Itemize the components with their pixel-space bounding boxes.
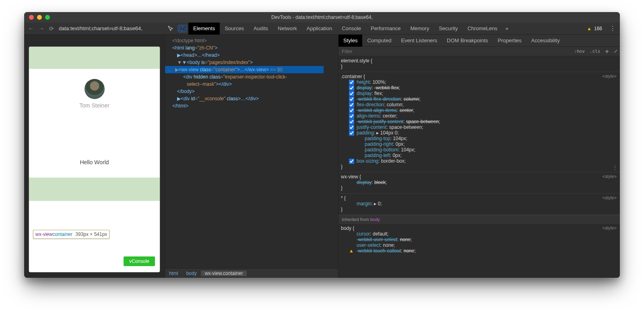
breadcrumb: htmlbodywx-view.container [165, 268, 338, 278]
prop-enable-checkbox[interactable] [349, 159, 354, 164]
minimize-icon[interactable] [37, 15, 42, 20]
prop-enable-checkbox[interactable] [349, 130, 354, 136]
reload-icon[interactable]: ⟳ [49, 25, 54, 32]
css-prop[interactable]: -webkit-justify-content: space-between; [341, 119, 617, 124]
inspect-icon[interactable] [165, 26, 176, 31]
titlebar: DevTools - data:text/html;charset=utf-8;… [24, 12, 620, 23]
css-prop[interactable]: padding: ▸ 104px 0; [341, 130, 617, 136]
prop-enable-checkbox[interactable] [349, 119, 354, 124]
mid-band [29, 178, 160, 201]
styles-panel: StylesComputedEvent ListenersDOM Breakpo… [338, 35, 620, 278]
tab-network[interactable]: Network [273, 23, 302, 35]
add-rule-button[interactable]: + [603, 48, 611, 55]
forward-icon[interactable]: → [39, 25, 44, 32]
styles-filter-input[interactable] [339, 49, 572, 54]
inherited-from-header: Inherited from body [339, 215, 620, 224]
css-prop[interactable]: padding-right: 0px; [341, 141, 617, 147]
dom-tree[interactable]: <!doctype html> <html lang="zh-CN"> ▶<he… [165, 35, 338, 268]
device-toggle-icon[interactable] [178, 25, 187, 32]
css-prop[interactable]: margin: ▸ 0; [341, 201, 617, 207]
close-icon[interactable] [29, 15, 34, 20]
css-prop[interactable]: padding-bottom: 104px; [341, 147, 617, 153]
rule-star: <style> * { margin: ▸ 0; } [339, 194, 620, 215]
device-preview-pane: Tom Steiner Hello World wx-viewcontainer… [24, 35, 165, 278]
css-prop[interactable]: -webkit-flex-direction: column; [341, 96, 617, 102]
css-prop[interactable]: ▲-webkit-touch-callout: none; [341, 248, 617, 254]
css-prop[interactable]: padding-left: 0px; [341, 153, 617, 158]
css-prop[interactable]: -webkit-user-select: none; [341, 237, 617, 242]
warnings-badge[interactable]: ▲166 [587, 26, 605, 31]
subtab-properties[interactable]: Properties [493, 35, 526, 47]
css-prop[interactable]: height: 100%; [341, 79, 617, 85]
css-prop[interactable]: -webkit-align-items: center; [341, 107, 617, 113]
hov-toggle[interactable]: :hov [572, 49, 587, 54]
css-prop[interactable]: flex-direction: column; [341, 102, 617, 107]
css-prop[interactable]: display: -webkit-flex; [341, 85, 617, 91]
traffic-lights [24, 15, 50, 20]
rules-list[interactable]: element.style { } <style> .container { h… [339, 56, 620, 278]
styles-subtab-strip: StylesComputedEvent ListenersDOM Breakpo… [339, 35, 620, 47]
window-title: DevTools - data:text/html;charset=utf-8;… [271, 14, 373, 20]
header-band [29, 47, 160, 69]
rule-wx-view: <style> wx-view { display: block; } [339, 172, 620, 194]
back-icon[interactable]: ← [28, 25, 34, 32]
css-prop[interactable]: justify-content: space-between; [341, 124, 617, 130]
settings-menu[interactable]: ⋮ [605, 25, 620, 32]
tab-application[interactable]: Application [302, 23, 337, 35]
cls-toggle[interactable]: .cls [587, 49, 603, 54]
device-frame: Tom Steiner Hello World wx-viewcontainer… [29, 47, 160, 272]
hello-label: Hello World [29, 159, 160, 165]
prop-enable-checkbox[interactable] [349, 102, 354, 107]
expand-icon[interactable]: ⤢ [611, 49, 620, 54]
css-prop[interactable]: cursor: default; [341, 231, 617, 237]
css-prop[interactable]: padding-top: 104px; [341, 136, 617, 141]
css-prop[interactable]: align-items: center; [341, 113, 617, 119]
css-prop[interactable]: user-select: none; [341, 242, 617, 248]
subtab-computed[interactable]: Computed [362, 35, 396, 47]
tab-chromelens[interactable]: ChromeLens [462, 23, 502, 35]
prop-enable-checkbox[interactable] [349, 91, 354, 96]
prop-enable-checkbox[interactable] [349, 108, 354, 113]
selected-dom-node[interactable]: … ▶<wx-view class="container">…</wx-view… [165, 66, 324, 73]
css-prop[interactable]: display: flex; [341, 91, 617, 96]
tab-sources[interactable]: Sources [220, 23, 249, 35]
tab-performance[interactable]: Performance [366, 23, 405, 35]
subtab-event-listeners[interactable]: Event Listeners [396, 35, 442, 47]
tab-console[interactable]: Console [337, 23, 366, 35]
css-prop[interactable]: box-sizing: border-box; [341, 158, 617, 164]
styles-filter-bar: :hov .cls + ⤢ [339, 47, 620, 56]
username-label: Tom Steiner [29, 102, 160, 109]
vconsole-button[interactable]: vConsole [124, 256, 155, 266]
elements-panel: <!doctype html> <html lang="zh-CN"> ▶<he… [165, 35, 338, 278]
devtools-window: DevTools - data:text/html;charset=utf-8;… [24, 12, 620, 278]
maximize-icon[interactable] [45, 15, 50, 20]
tab-security[interactable]: Security [434, 23, 462, 35]
css-prop[interactable]: display: block; [341, 180, 617, 185]
warning-count: 166 [594, 26, 602, 31]
prop-enable-checkbox[interactable] [349, 85, 354, 91]
avatar [85, 79, 105, 99]
rule-element-style: element.style { } [339, 56, 620, 72]
rule-body: <style> body { cursor: default;-webkit-u… [339, 224, 620, 256]
subtab-dom-breakpoints[interactable]: DOM Breakpoints [442, 35, 493, 47]
more-icon[interactable]: ⋮ [613, 165, 617, 170]
prop-enable-checkbox[interactable] [349, 114, 354, 119]
crumb-body[interactable]: body [182, 271, 201, 276]
subtab-accessibility[interactable]: Accessibility [526, 35, 565, 47]
prop-enable-checkbox[interactable] [349, 125, 354, 130]
prop-enable-checkbox[interactable] [349, 97, 354, 102]
crumb-html[interactable]: html [165, 271, 182, 276]
crumb-wx-view-container[interactable]: wx-view.container [201, 271, 247, 276]
tab-strip: ElementsSourcesAuditsNetworkApplicationC… [165, 23, 620, 34]
tab-elements[interactable]: Elements [188, 23, 220, 35]
tab-audits[interactable]: Audits [249, 23, 273, 35]
tab-memory[interactable]: Memory [405, 23, 434, 35]
subtab-styles[interactable]: Styles [339, 35, 362, 47]
url-field[interactable]: data:text/html;charset=utf-8;base64, [59, 25, 142, 31]
nav-area: ← → ⟳ data:text/html;charset=utf-8;base6… [24, 23, 165, 34]
main-toolbar: ← → ⟳ data:text/html;charset=utf-8;base6… [24, 23, 620, 35]
overflow-tabs[interactable]: » [502, 25, 512, 31]
svg-rect-1 [183, 27, 185, 31]
prop-enable-checkbox[interactable] [349, 80, 354, 85]
rule-container: <style> .container { height: 100%;displa… [339, 72, 620, 172]
